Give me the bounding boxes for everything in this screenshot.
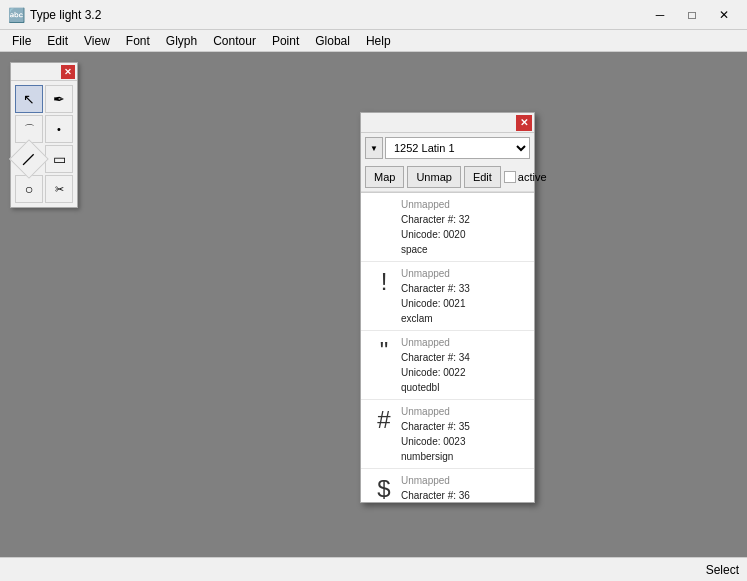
active-label: active xyxy=(518,171,547,183)
map-button[interactable]: Map xyxy=(365,166,404,188)
title-bar-text: Type light 3.2 xyxy=(30,8,645,22)
menu-item-file[interactable]: File xyxy=(4,32,39,50)
active-checkbox-label[interactable]: active xyxy=(504,171,547,183)
ellipse-tool-button[interactable]: ○ xyxy=(15,175,43,203)
menu-item-edit[interactable]: Edit xyxy=(39,32,76,50)
unmapped-label: Unmapped xyxy=(401,335,528,350)
list-item[interactable]: Unmapped Character #: 32 Unicode: 0020 s… xyxy=(361,193,534,262)
unmap-button[interactable]: Unmap xyxy=(407,166,460,188)
title-bar: 🔤 Type light 3.2 ─ □ ✕ xyxy=(0,0,747,30)
line-tool-button[interactable]: | xyxy=(9,139,49,179)
list-item[interactable]: " Unmapped Character #: 34 Unicode: 0022… xyxy=(361,331,534,400)
menu-item-global[interactable]: Global xyxy=(307,32,358,50)
unicode-value: Unicode: 0022 xyxy=(401,365,528,380)
main-area: ✕ ↖ ✒ ⌒ • | ▭ ○ ✂ ✕ ▼ 1252 Latin 1 Map U… xyxy=(0,52,747,557)
encoding-dropdown-row: ▼ 1252 Latin 1 xyxy=(361,133,534,163)
glyph-name: numbersign xyxy=(401,449,528,464)
glyph-name: quotedbl xyxy=(401,380,528,395)
toolbox-grid: ↖ ✒ ⌒ • | ▭ ○ ✂ xyxy=(11,81,77,207)
toolbox: ✕ ↖ ✒ ⌒ • | ▭ ○ ✂ xyxy=(10,62,78,208)
rect-tool-button[interactable]: ▭ xyxy=(45,145,73,173)
unmapped-label: Unmapped xyxy=(401,473,528,488)
list-item-glyph: $ xyxy=(367,473,401,502)
unmapped-label: Unmapped xyxy=(401,266,528,281)
menu-item-point[interactable]: Point xyxy=(264,32,307,50)
char-number: Character #: 32 xyxy=(401,212,528,227)
unicode-value: Unicode: 0023 xyxy=(401,434,528,449)
list-item-glyph xyxy=(367,197,401,199)
list-item-info: Unmapped Character #: 36 Unicode: 0024 d… xyxy=(401,473,528,502)
character-list[interactable]: Unmapped Character #: 32 Unicode: 0020 s… xyxy=(361,192,534,502)
unmapped-label: Unmapped xyxy=(401,197,528,212)
list-item-info: Unmapped Character #: 34 Unicode: 0022 q… xyxy=(401,335,528,395)
list-item-info: Unmapped Character #: 33 Unicode: 0021 e… xyxy=(401,266,528,326)
menu-item-glyph[interactable]: Glyph xyxy=(158,32,205,50)
list-item[interactable]: # Unmapped Character #: 35 Unicode: 0023… xyxy=(361,400,534,469)
node-tool-button[interactable]: • xyxy=(45,115,73,143)
list-item-glyph: " xyxy=(367,335,401,365)
dropdown-arrow-button[interactable]: ▼ xyxy=(365,137,383,159)
panel-close-button[interactable]: ✕ xyxy=(516,115,532,131)
title-bar-controls: ─ □ ✕ xyxy=(645,5,739,25)
unicode-value: Unicode: 0020 xyxy=(401,227,528,242)
list-item[interactable]: ! Unmapped Character #: 33 Unicode: 0021… xyxy=(361,262,534,331)
list-item-glyph: ! xyxy=(367,266,401,296)
list-item[interactable]: $ Unmapped Character #: 36 Unicode: 0024… xyxy=(361,469,534,502)
character-map-panel: ✕ ▼ 1252 Latin 1 Map Unmap Edit active U… xyxy=(360,112,535,503)
toolbox-close-bar: ✕ xyxy=(11,63,77,81)
app-icon: 🔤 xyxy=(8,7,24,23)
panel-toolbar: Map Unmap Edit active xyxy=(361,163,534,192)
menu-item-font[interactable]: Font xyxy=(118,32,158,50)
list-item-info: Unmapped Character #: 32 Unicode: 0020 s… xyxy=(401,197,528,257)
knife-tool-button[interactable]: ✂ xyxy=(45,175,73,203)
menu-item-view[interactable]: View xyxy=(76,32,118,50)
char-number: Character #: 36 xyxy=(401,488,528,502)
menu-item-contour[interactable]: Contour xyxy=(205,32,264,50)
menu-item-help[interactable]: Help xyxy=(358,32,399,50)
char-number: Character #: 33 xyxy=(401,281,528,296)
status-bar: Select xyxy=(0,557,747,581)
pointer-tool-button[interactable]: ↖ xyxy=(15,85,43,113)
glyph-name: exclam xyxy=(401,311,528,326)
toolbox-close-button[interactable]: ✕ xyxy=(61,65,75,79)
unicode-value: Unicode: 0021 xyxy=(401,296,528,311)
close-button[interactable]: ✕ xyxy=(709,5,739,25)
status-text: Select xyxy=(8,563,739,577)
edit-button[interactable]: Edit xyxy=(464,166,501,188)
pen-tool-button[interactable]: ✒ xyxy=(45,85,73,113)
minimize-button[interactable]: ─ xyxy=(645,5,675,25)
panel-close-bar: ✕ xyxy=(361,113,534,133)
glyph-name: space xyxy=(401,242,528,257)
unmapped-label: Unmapped xyxy=(401,404,528,419)
list-item-info: Unmapped Character #: 35 Unicode: 0023 n… xyxy=(401,404,528,464)
list-item-glyph: # xyxy=(367,404,401,434)
char-number: Character #: 35 xyxy=(401,419,528,434)
maximize-button[interactable]: □ xyxy=(677,5,707,25)
active-checkbox[interactable] xyxy=(504,171,516,183)
encoding-select[interactable]: 1252 Latin 1 xyxy=(385,137,530,159)
menu-bar: FileEditViewFontGlyphContourPointGlobalH… xyxy=(0,30,747,52)
char-number: Character #: 34 xyxy=(401,350,528,365)
